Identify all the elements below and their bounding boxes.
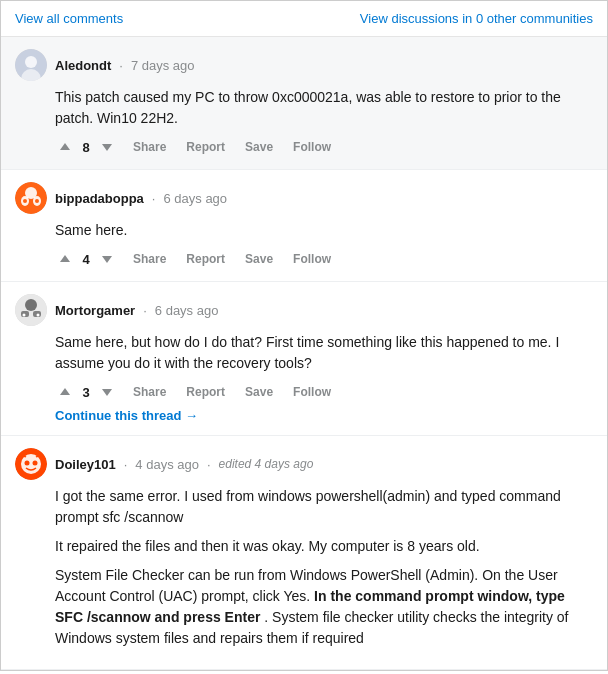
comment-header-1: bippadaboppa·6 days ago	[15, 182, 593, 214]
report-button-0[interactable]: Report	[182, 138, 229, 156]
comment-header-2: Mortorgamer·6 days ago	[15, 294, 593, 326]
dot-1: ·	[152, 191, 156, 206]
dot2-3: ·	[207, 457, 211, 472]
comment-paragraph: I got the same error. I used from window…	[55, 486, 593, 528]
comment-paragraph: Same here.	[55, 220, 593, 241]
upvote-button-1[interactable]	[55, 249, 75, 269]
svg-point-17	[25, 461, 30, 466]
timestamp-2: 6 days ago	[155, 303, 219, 318]
comment-actions-1: 4 ShareReportSaveFollow	[15, 249, 593, 269]
comment-body-0: This patch caused my PC to throw 0xc0000…	[15, 87, 593, 129]
svg-point-8	[35, 199, 39, 203]
comment-paragraph: It repaired the files and then it was ok…	[55, 536, 593, 557]
downvote-button-0[interactable]	[97, 137, 117, 157]
vote-count-2: 3	[79, 385, 93, 400]
avatar-0	[15, 49, 47, 81]
follow-button-2[interactable]: Follow	[289, 383, 335, 401]
share-button-2[interactable]: Share	[129, 383, 170, 401]
svg-point-1	[25, 56, 37, 68]
report-button-2[interactable]: Report	[182, 383, 229, 401]
svg-point-10	[25, 299, 37, 311]
report-button-1[interactable]: Report	[182, 250, 229, 268]
upvote-button-0[interactable]	[55, 137, 75, 157]
dot-0: ·	[119, 58, 123, 73]
downvote-button-1[interactable]	[97, 249, 117, 269]
avatar-3	[15, 448, 47, 480]
comment-body-2: Same here, but how do I do that? First t…	[15, 332, 593, 374]
avatar-2	[15, 294, 47, 326]
share-button-1[interactable]: Share	[129, 250, 170, 268]
view-discussions-link[interactable]: View discussions in 0 other communities	[360, 11, 593, 26]
username-3[interactable]: Doiley101	[55, 457, 116, 472]
comment-body-1: Same here.	[15, 220, 593, 241]
continue-thread-link-2[interactable]: Continue this thread →	[15, 408, 593, 423]
downvote-button-2[interactable]	[97, 382, 117, 402]
username-1[interactable]: bippadaboppa	[55, 191, 144, 206]
username-0[interactable]: Aledondt	[55, 58, 111, 73]
comment-block-3: Doiley101·4 days ago·edited 4 days agoI …	[1, 436, 607, 670]
svg-point-7	[23, 199, 27, 203]
svg-point-13	[23, 314, 26, 317]
username-2[interactable]: Mortorgamer	[55, 303, 135, 318]
comment-block-1: bippadaboppa·6 days agoSame here. 4 Shar…	[1, 170, 607, 282]
avatar-1	[15, 182, 47, 214]
edited-label-3: edited 4 days ago	[219, 457, 314, 471]
follow-button-1[interactable]: Follow	[289, 250, 335, 268]
timestamp-0: 7 days ago	[131, 58, 195, 73]
view-all-comments-link[interactable]: View all comments	[15, 11, 123, 26]
comment-block-2: Mortorgamer·6 days agoSame here, but how…	[1, 282, 607, 436]
svg-point-16	[21, 454, 41, 474]
comment-header-0: Aledondt·7 days ago	[15, 49, 593, 81]
comment-body-3: I got the same error. I used from window…	[15, 486, 593, 649]
comments-container: View all comments View discussions in 0 …	[0, 0, 608, 671]
vote-section-1: 4	[55, 249, 117, 269]
comment-actions-2: 3 ShareReportSaveFollow	[15, 382, 593, 402]
vote-count-0: 8	[79, 140, 93, 155]
dot-3: ·	[124, 457, 128, 472]
dot-2: ·	[143, 303, 147, 318]
save-button-0[interactable]: Save	[241, 138, 277, 156]
vote-section-2: 3	[55, 382, 117, 402]
comment-actions-0: 8 ShareReportSaveFollow	[15, 137, 593, 157]
comment-block-0: Aledondt·7 days agoThis patch caused my …	[1, 37, 607, 170]
timestamp-3: 4 days ago	[135, 457, 199, 472]
comment-paragraph: System File Checker can be run from Wind…	[55, 565, 593, 649]
share-button-0[interactable]: Share	[129, 138, 170, 156]
comment-paragraph: Same here, but how do I do that? First t…	[55, 332, 593, 374]
upvote-button-2[interactable]	[55, 382, 75, 402]
svg-point-18	[33, 461, 38, 466]
save-button-1[interactable]: Save	[241, 250, 277, 268]
comment-header-3: Doiley101·4 days ago·edited 4 days ago	[15, 448, 593, 480]
comment-paragraph: This patch caused my PC to throw 0xc0000…	[55, 87, 593, 129]
top-bar: View all comments View discussions in 0 …	[1, 1, 607, 37]
vote-count-1: 4	[79, 252, 93, 267]
comments-list: Aledondt·7 days agoThis patch caused my …	[1, 37, 607, 670]
svg-point-14	[37, 314, 40, 317]
follow-button-0[interactable]: Follow	[289, 138, 335, 156]
timestamp-1: 6 days ago	[163, 191, 227, 206]
vote-section-0: 8	[55, 137, 117, 157]
save-button-2[interactable]: Save	[241, 383, 277, 401]
